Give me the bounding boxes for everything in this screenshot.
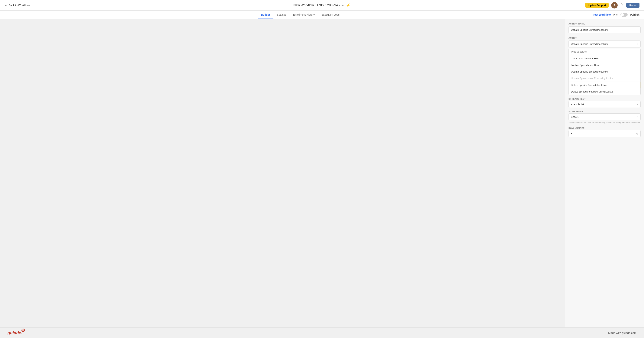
tab-right-area: Test Workflow Draft Publish	[593, 13, 640, 17]
action-select-wrapper: Update Specific Spreadsheet Row ▾	[568, 41, 640, 48]
bolt-icon: ⚡	[346, 3, 350, 8]
test-workflow-button[interactable]: Test Workflow	[593, 13, 611, 16]
bottom-bar: guidde. 33 Made with guidde.com	[0, 327, 644, 338]
main-content: Stats View + Add New Trigger Please sele…	[0, 19, 644, 327]
tab-enrollment-history[interactable]: Enrollment History	[290, 11, 318, 19]
workflow-title-area: New Workflow : 1706652062945 ✏ ⚡	[294, 3, 350, 8]
back-button[interactable]: ← Back to Workflows	[4, 4, 30, 7]
dropdown-item-lookup[interactable]: Lookup Spreadsheet Row	[569, 62, 640, 68]
action-search-input[interactable]	[569, 49, 640, 55]
saved-button[interactable]: Saved	[626, 3, 640, 8]
worksheet-select-wrapper: Sheet1 ▾	[568, 113, 640, 120]
tab-bar: Builder Settings Enrollment History Exec…	[0, 11, 644, 19]
spreadsheet-arrow-icon: ▾	[637, 103, 638, 106]
history-icon[interactable]: ⏱	[620, 3, 624, 7]
dropdown-item-delete-specific[interactable]: Delete Specific Spreadsheet Row	[569, 82, 640, 88]
notification-badge: 33	[22, 328, 25, 332]
row-number-value: 8	[571, 132, 572, 135]
dropdown-item-update-lookup[interactable]: Update Spreadsheet Row using Lookup	[569, 75, 640, 82]
worksheet-helper-text: Sheet Name will be used for referencing,…	[568, 121, 640, 124]
made-with-text: Made with guidde.com	[608, 331, 636, 334]
dropdown-item-label: Update Spreadsheet Row using Lookup	[571, 77, 614, 80]
worksheet-arrow-icon: ▾	[637, 116, 638, 118]
avatar[interactable]: T	[611, 2, 618, 9]
publish-button[interactable]: Publish	[630, 13, 640, 16]
dropdown-item-update-specific[interactable]: Update Specific Spreadsheet Row	[569, 68, 640, 75]
spreadsheet-value: example list	[571, 103, 584, 106]
dropdown-item-delete-lookup[interactable]: Delete Spreadsheet Row using Lookup	[569, 88, 640, 95]
action-dropdown: Create Spreadsheet Row Lookup Spreadshee…	[568, 48, 640, 95]
tab-settings[interactable]: Settings	[274, 11, 290, 19]
worksheet-select[interactable]: Sheet1 ▾	[568, 113, 640, 120]
back-arrow-icon: ←	[4, 4, 8, 7]
canvas-wrapper: Stats View + Add New Trigger Please sele…	[0, 19, 565, 327]
dropdown-item-label: Lookup Spreadsheet Row	[571, 64, 599, 67]
row-number-section-label: ROW NUMBER	[568, 127, 640, 129]
dropdown-item-label: Create Spreadsheet Row	[571, 57, 598, 60]
worksheet-value: Sheet1	[571, 116, 579, 118]
right-panel: ACTION NAME ACTION Update Specific Sprea…	[565, 19, 644, 327]
draft-label: Draft	[613, 13, 618, 16]
tab-builder[interactable]: Builder	[258, 11, 274, 19]
back-label: Back to Workflows	[9, 4, 30, 7]
spreadsheet-select[interactable]: example list ▾	[568, 101, 640, 108]
draft-toggle[interactable]	[620, 13, 628, 17]
worksheet-section-label: WORKSHEET	[568, 110, 640, 113]
action-name-section-label: ACTION NAME	[568, 23, 640, 25]
spreadsheet-select-wrapper: example list ▾	[568, 101, 640, 108]
action-name-input[interactable]	[568, 26, 640, 33]
action-select-arrow-icon: ▾	[637, 43, 638, 45]
spreadsheet-section-label: SPREADSHEET	[568, 98, 640, 100]
guidde-logo: guidde.	[8, 330, 22, 335]
support-button[interactable]: topline Support	[585, 3, 608, 8]
row-number-field[interactable]: 8 ◇	[568, 130, 640, 137]
tab-execution-logs[interactable]: Execution Logs	[318, 11, 343, 19]
variable-icon[interactable]: ◇	[636, 132, 638, 135]
dropdown-item-create[interactable]: Create Spreadsheet Row	[569, 55, 640, 62]
dropdown-item-label: Delete Spreadsheet Row using Lookup	[571, 90, 613, 93]
action-select-value: Update Specific Spreadsheet Row	[571, 43, 608, 45]
workflow-title-text: New Workflow : 1706652062945	[294, 4, 340, 7]
top-navigation: ← Back to Workflows New Workflow : 17066…	[0, 0, 644, 11]
edit-icon[interactable]: ✏	[342, 4, 344, 7]
nav-right-area: topline Support T ⏱ Saved	[585, 2, 640, 9]
dropdown-item-label: Delete Specific Spreadsheet Row	[571, 84, 608, 87]
dropdown-item-label: Update Specific Spreadsheet Row	[571, 70, 608, 73]
action-select[interactable]: Update Specific Spreadsheet Row ▾	[568, 41, 640, 48]
logo-area: guidde. 33	[8, 330, 26, 335]
action-section-label: ACTION	[568, 37, 640, 39]
